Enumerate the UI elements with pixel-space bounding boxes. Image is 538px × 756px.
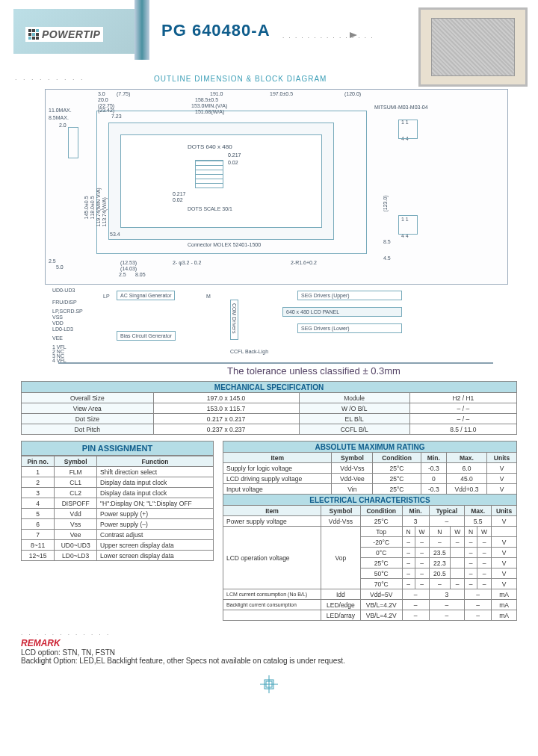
dim-label: 118.0±0.5 — [90, 196, 95, 219]
signal-label: 4 VFL — [52, 358, 67, 363]
dim-label: (123.0) — [383, 195, 388, 211]
table-title: ELECTRICAL CHARACTERISTICS — [223, 495, 517, 506]
signal-label: VDD — [52, 320, 64, 326]
model-number: PG 640480-A — [161, 21, 270, 40]
block-label: CCFL Back-Ligh — [230, 349, 268, 354]
signal-label: VEE — [52, 335, 63, 341]
dim-label: Connector MOLEX 52401-1500 — [188, 242, 261, 247]
logo-grid-icon — [28, 29, 39, 40]
wire-label: LP — [103, 294, 110, 299]
section1-label: OUTLINE DIMENSION & BLOCK DIAGRAM — [154, 75, 327, 83]
signal-label: LP,SCRD.SP — [52, 309, 83, 314]
dim-label: 2.5 — [119, 272, 126, 277]
dim-label: 158.5±0.5 — [195, 97, 218, 102]
absolute-max-table: ABSOLUTE MAXIMUM RATING ItemSymbolCondit… — [223, 441, 517, 495]
dim-label: 11.0MAX. — [49, 108, 72, 113]
dim-label: 153.0MIN.(V/A) — [191, 103, 227, 108]
header-divider — [134, 0, 149, 60]
remark-line: LCD option: STN, TN, FSTN — [21, 648, 517, 657]
dim-label: 20.0 — [98, 97, 108, 102]
dim-label: DOTS 640 x 480 — [188, 143, 232, 150]
dim-label: 3.0 — [98, 91, 105, 96]
dim-label: 2-R1.6+0.2 — [291, 260, 317, 265]
product-photo — [418, 7, 528, 87]
brand-logo: POWERTIP — [25, 27, 103, 42]
dim-label: 4.5 — [383, 255, 391, 261]
dim-label: (120.0) — [344, 91, 361, 96]
signal-label: VSS — [52, 315, 63, 320]
footer-logo-icon — [0, 675, 538, 695]
dim-label: (14.03) — [120, 266, 137, 271]
signal-label: FRU/DISP — [52, 300, 77, 305]
dim-label: 197.0±0.5 — [270, 91, 293, 96]
electrical-char-table: ELECTRICAL CHARACTERISTICS ItemSymbolCon… — [223, 494, 517, 621]
dim-label: 0.02 — [173, 197, 183, 202]
table-title: MECHANICAL SPECIFICATION — [22, 382, 517, 393]
dim-label: 0.02 — [228, 160, 238, 165]
signal-label: LD0-LD3 — [52, 326, 73, 332]
dim-label: 0.217 — [173, 191, 186, 196]
tolerance-note: The tolerance unless classified ± 0.3mm — [90, 365, 538, 377]
table-title: ABSOLUTE MAXIMUM RATING — [223, 441, 517, 453]
dim-label: 5.0 — [56, 264, 64, 270]
dim-label: 2.5 — [49, 258, 56, 264]
dim-label: 113.74(W/A) — [102, 197, 107, 226]
mechanical-spec-table: MECHANICAL SPECIFICATION Overall Size197… — [21, 381, 517, 435]
dim-label: 8.05 — [135, 272, 146, 277]
block-box: Bias Circuit Generator — [117, 331, 176, 341]
dim-label: (12.53) — [120, 260, 137, 265]
dim-label: 191.0 — [210, 91, 223, 96]
block-box: COM Drivers — [230, 300, 238, 340]
block-box: SEG Drivers (Upper) — [297, 291, 402, 300]
dim-label: 119.74(MIN V/A) — [96, 188, 101, 226]
brand-name: POWERTIP — [42, 28, 100, 40]
dim-label: 151.68(W/A) — [195, 109, 224, 114]
dim-label: 2- φ3.2 - 0.2 — [173, 260, 201, 265]
block-box: SEG Drivers (Lower) — [297, 323, 402, 333]
dim-label: 8.5 — [383, 239, 391, 244]
block-box: 640 x 480 LCD PANEL — [282, 307, 402, 317]
arrow-right-icon — [350, 32, 357, 38]
pin-table-title: PIN ASSIGNMENT — [21, 441, 214, 456]
wire-label: M — [206, 294, 211, 299]
remark-line: Backlight Option: LED,EL Backlight featu… — [21, 657, 517, 665]
pin-assignment-table: Pin no.SymbolFunction 1FLMShift directio… — [21, 456, 214, 561]
dim-label: 8.5MAX. — [49, 115, 69, 120]
dot-prefix: · · · · · · · · · — [15, 75, 85, 83]
remark-section: · · · · · · · · · · · · REMARK LCD optio… — [21, 631, 517, 665]
dim-label: 0.217 — [228, 152, 241, 158]
dim-label: (7.75) — [117, 91, 130, 96]
outline-diagram: 3.0 (7.75) 20.0 (22.75) (23.42) 7.23 191… — [45, 89, 508, 285]
dim-label: 7.23 — [111, 114, 122, 119]
block-box: AC Singnal Generator — [117, 291, 175, 300]
dim-label: MITSUMI-M03-M03-04 — [374, 105, 428, 110]
dim-label: 145.0±0.5 — [84, 196, 89, 219]
dim-label: (23.42) — [98, 108, 114, 113]
dim-label: 53.4 — [110, 232, 120, 237]
dim-label: 2.0 — [59, 123, 67, 128]
remark-title: REMARK — [21, 638, 517, 648]
dim-label: DOTS SCALE 30/1 — [188, 206, 232, 211]
dot-leader: · · · · · · · · · · · · · · · — [282, 34, 374, 41]
signal-label: UD0-UD3 — [52, 288, 75, 293]
block-diagram: UD0-UD3 FRU/DISP LP,SCRD.SP VSS VDD LD0-… — [58, 288, 493, 364]
